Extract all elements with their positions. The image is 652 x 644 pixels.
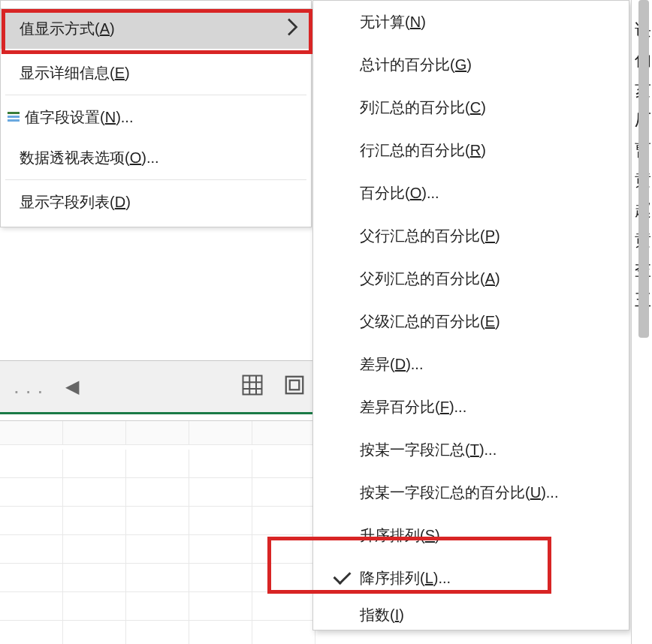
submenu-item-row-total-percent[interactable]: 行汇总的百分比(R) [313, 129, 629, 172]
page-layout-icon [283, 374, 306, 400]
menu-item-show-detail[interactable]: 显示详细信息(E) [1, 53, 311, 93]
right-panel-strip: 诀伯亥厂曹黄赵黄杢王 [631, 0, 652, 644]
menu-label: 按某一字段汇总的百分比(U)... [360, 483, 621, 503]
menu-label: 无计算(N) [360, 12, 621, 32]
menu-label: 按某一字段汇总(T)... [360, 440, 621, 460]
menu-label: 百分比(O)... [360, 183, 621, 203]
menu-label: 值显示方式(A) [20, 19, 287, 39]
spreadsheet-grid[interactable] [0, 420, 315, 644]
sheet-tab-bar: ... ◀ [0, 360, 315, 414]
menu-separator [5, 50, 306, 51]
menu-label: 父级汇总的百分比(E) [360, 311, 621, 332]
submenu-item-no-calculation[interactable]: 无计算(N) [313, 1, 629, 44]
menu-item-value-field-settings[interactable]: 值字段设置(N)... [1, 97, 311, 137]
submenu-item-grand-total-percent[interactable]: 总计的百分比(G) [313, 44, 629, 86]
submenu-item-rank-descending[interactable]: 降序排列(L)... [313, 557, 629, 600]
view-normal-button[interactable] [231, 364, 273, 409]
submenu-item-index[interactable]: 指数(I) [313, 600, 629, 630]
tab-overflow-dots[interactable]: ... [14, 375, 49, 399]
submenu-item-parent-column-percent[interactable]: 父列汇总的百分比(A) [313, 257, 629, 300]
menu-label: 父列汇总的百分比(A) [360, 269, 621, 289]
submenu-item-parent-total-percent[interactable]: 父级汇总的百分比(E) [313, 300, 629, 343]
submenu-item-difference[interactable]: 差异(D)... [313, 343, 629, 386]
svg-rect-5 [286, 376, 303, 393]
menu-separator [5, 95, 306, 95]
grid-view-icon [241, 374, 264, 400]
menu-label: 数据透视表选项(O)... [20, 148, 303, 168]
menu-label: 差异(D)... [360, 354, 621, 375]
svg-rect-7 [8, 112, 20, 114]
menu-label: 降序排列(L)... [360, 568, 621, 588]
menu-label: 差异百分比(F)... [360, 397, 621, 417]
menu-label: 总计的百分比(G) [360, 55, 621, 75]
value-display-submenu: 无计算(N) 总计的百分比(G) 列汇总的百分比(C) 行汇总的百分比(R) 百… [312, 0, 629, 630]
submenu-item-rank-ascending[interactable]: 升序排列(S)... [313, 514, 629, 557]
submenu-item-percent-of[interactable]: 百分比(O)... [313, 172, 629, 215]
context-menu: 值显示方式(A) 显示详细信息(E) 值字段设置(N)... 数据透视表选项(O… [0, 0, 312, 227]
svg-rect-8 [8, 116, 20, 118]
menu-label: 指数(I) [360, 605, 621, 625]
menu-item-value-display-as[interactable]: 值显示方式(A) [1, 8, 311, 49]
menu-label: 显示字段列表(D) [20, 192, 303, 212]
menu-label: 升序排列(S)... [360, 525, 621, 546]
menu-label: 值字段设置(N)... [25, 107, 303, 128]
submenu-item-running-total[interactable]: 按某一字段汇总(T)... [313, 429, 629, 471]
menu-item-pivot-options[interactable]: 数据透视表选项(O)... [1, 137, 311, 178]
svg-rect-0 [243, 375, 262, 394]
menu-label: 父行汇总的百分比(P) [360, 226, 621, 246]
submenu-item-parent-row-percent[interactable]: 父行汇总的百分比(P) [313, 215, 629, 257]
menu-separator [5, 179, 306, 180]
svg-rect-6 [290, 380, 300, 390]
background-filler [0, 237, 312, 361]
menu-label: 行汇总的百分比(R) [360, 140, 621, 161]
menu-label: 显示详细信息(E) [20, 63, 303, 83]
menu-label: 列汇总的百分比(C) [360, 98, 621, 118]
field-settings-icon [5, 110, 23, 125]
menu-item-show-field-list[interactable]: 显示字段列表(D) [1, 182, 311, 222]
submenu-item-difference-percent[interactable]: 差异百分比(F)... [313, 386, 629, 429]
tab-scroll-left-icon[interactable]: ◀ [65, 376, 85, 397]
view-page-layout-button[interactable] [273, 364, 315, 409]
submenu-item-running-total-percent[interactable]: 按某一字段汇总的百分比(U)... [313, 471, 629, 514]
submenu-item-column-total-percent[interactable]: 列汇总的百分比(C) [313, 86, 629, 129]
submenu-arrow-icon [287, 18, 299, 40]
scrollbar-thumb[interactable] [638, 0, 649, 338]
menu-item-summarize-values-by[interactable] [1, 1, 311, 8]
svg-rect-9 [8, 119, 20, 122]
